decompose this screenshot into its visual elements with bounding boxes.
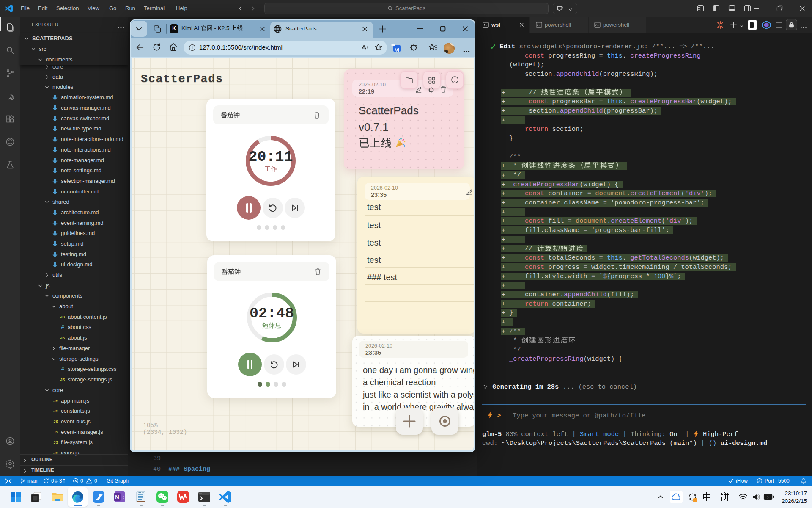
svg-text:N: N [115, 494, 119, 500]
